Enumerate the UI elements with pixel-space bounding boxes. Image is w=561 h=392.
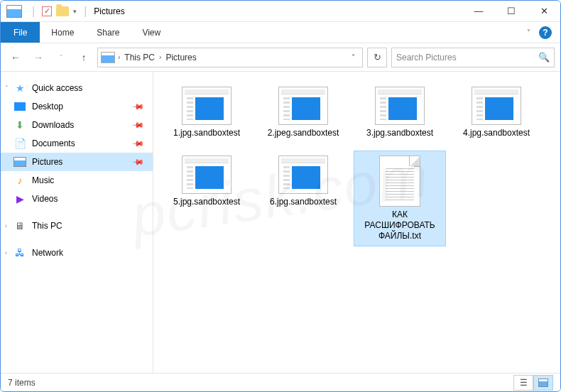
sidebar-quick-access[interactable]: ˅ ★ Quick access	[1, 79, 153, 97]
chevron-right-icon[interactable]: ›	[159, 53, 161, 61]
sidebar-item-label: Downloads	[32, 120, 74, 130]
sidebar-network[interactable]: › 🖧 Network	[1, 244, 153, 262]
image-thumbnail-icon	[375, 87, 425, 125]
explorer-icon	[6, 5, 22, 18]
window-title: Pictures	[94, 6, 124, 16]
sidebar-item-desktop[interactable]: Desktop 📌	[1, 97, 153, 116]
sidebar-item-label: Music	[32, 175, 54, 185]
sidebar-item-label: Videos	[32, 194, 58, 204]
file-item[interactable]: КАК РАСШИФРОВАТЬ ФАЙЛЫ.txt	[354, 151, 446, 246]
image-thumbnail-icon	[182, 156, 232, 194]
sidebar-item-label: Network	[32, 248, 63, 258]
sidebar-item-label: Documents	[32, 138, 75, 148]
search-icon[interactable]: 🔍	[538, 52, 550, 62]
pin-icon: 📌	[131, 155, 144, 168]
file-name-label: 2.jpeg.sandboxtest	[268, 128, 339, 138]
details-view-button[interactable]: ☰	[513, 375, 533, 391]
location-icon	[101, 52, 115, 63]
sidebar-item-documents[interactable]: 📄 Documents 📌	[1, 134, 153, 153]
file-name-label: 6.jpg.sandboxtest	[270, 197, 337, 207]
breadcrumb-current[interactable]: Pictures	[164, 53, 197, 62]
navigation-bar: ← → ˅ ↑ › This PC › Pictures ˅ ↻ 🔍	[1, 43, 560, 72]
up-button[interactable]: ↑	[75, 48, 93, 67]
qat-dropdown-icon[interactable]: ▾	[73, 8, 77, 15]
sidebar-item-label: This PC	[32, 221, 62, 231]
sidebar-item-videos[interactable]: ▶ Videos	[1, 190, 153, 208]
quick-access-toolbar: | ✓ ▾ |	[29, 5, 89, 18]
expand-icon[interactable]: ›	[5, 222, 7, 229]
tab-home[interactable]: Home	[40, 22, 85, 43]
sidebar-item-label: Quick access	[32, 83, 82, 93]
refresh-button[interactable]: ↻	[367, 48, 387, 67]
downloads-icon: ⬇	[13, 119, 26, 131]
file-list[interactable]: 1.jpg.sandboxtest2.jpeg.sandboxtest3.jpg…	[153, 72, 560, 377]
file-item[interactable]: 4.jpg.sandboxtest	[450, 82, 543, 143]
tab-view[interactable]: View	[131, 22, 172, 43]
file-item[interactable]: 3.jpg.sandboxtest	[354, 82, 446, 143]
sidebar-this-pc[interactable]: › 🖥 This PC	[1, 217, 153, 235]
image-thumbnail-icon	[278, 87, 328, 125]
separator: |	[84, 5, 87, 18]
new-folder-qat-icon[interactable]	[56, 6, 69, 16]
file-item[interactable]: 5.jpg.sandboxtest	[160, 151, 253, 246]
text-file-icon	[379, 156, 420, 207]
item-count: 7 items	[8, 378, 36, 388]
address-bar[interactable]: › This PC › Pictures ˅	[97, 48, 363, 67]
pin-icon: 📌	[131, 99, 144, 113]
sidebar-item-label: Desktop	[32, 102, 63, 111]
ribbon-tabs: File Home Share View ˅ ?	[1, 22, 560, 43]
file-item[interactable]: 2.jpeg.sandboxtest	[257, 82, 349, 143]
sidebar-item-label: Pictures	[32, 157, 62, 167]
expand-icon[interactable]: ˅	[5, 85, 9, 92]
expand-icon[interactable]: ›	[5, 249, 7, 256]
file-tab[interactable]: File	[1, 22, 40, 43]
pc-icon: 🖥	[13, 220, 26, 232]
separator: |	[32, 5, 35, 18]
window-controls: — ☐ ✕	[462, 1, 560, 22]
minimize-button[interactable]: —	[462, 1, 495, 22]
pictures-icon	[13, 156, 26, 168]
tab-share[interactable]: Share	[85, 22, 131, 43]
address-dropdown-icon[interactable]: ˅	[347, 53, 359, 61]
chevron-right-icon[interactable]: ›	[118, 53, 120, 61]
properties-qat-icon[interactable]: ✓	[42, 6, 52, 16]
search-box[interactable]: 🔍	[391, 48, 555, 67]
title-bar: | ✓ ▾ | Pictures — ☐ ✕	[1, 1, 560, 22]
search-input[interactable]	[396, 53, 534, 62]
thumbnails-view-button[interactable]	[533, 375, 553, 391]
sidebar-item-downloads[interactable]: ⬇ Downloads 📌	[1, 116, 153, 134]
file-item[interactable]: 6.jpg.sandboxtest	[257, 151, 349, 246]
pin-icon: 📌	[131, 118, 144, 131]
help-icon[interactable]: ?	[539, 26, 552, 39]
file-name-label: 3.jpg.sandboxtest	[366, 128, 433, 138]
desktop-icon	[13, 101, 26, 112]
network-icon: 🖧	[13, 247, 26, 258]
videos-icon: ▶	[13, 193, 26, 205]
file-name-label: 4.jpg.sandboxtest	[463, 128, 530, 138]
file-name-label: 1.jpg.sandboxtest	[173, 128, 240, 138]
forward-button[interactable]: →	[29, 48, 48, 67]
back-button[interactable]: ←	[6, 48, 25, 67]
image-thumbnail-icon	[182, 87, 232, 125]
recent-locations-dropdown[interactable]: ˅	[52, 48, 70, 67]
music-icon: ♪	[13, 175, 26, 186]
status-bar: 7 items ☰	[1, 373, 560, 391]
breadcrumb-root[interactable]: This PC	[123, 53, 156, 62]
close-button[interactable]: ✕	[528, 1, 560, 22]
sidebar-item-pictures[interactable]: Pictures 📌	[1, 153, 153, 171]
documents-icon: 📄	[13, 138, 26, 149]
main-area: ˅ ★ Quick access Desktop 📌 ⬇ Downloads 📌…	[1, 72, 560, 377]
ribbon-collapse-icon[interactable]: ˅	[527, 28, 530, 36]
pin-icon: 📌	[131, 136, 144, 150]
file-name-label: 5.jpg.sandboxtest	[173, 197, 240, 207]
star-icon: ★	[13, 82, 26, 94]
file-name-label: КАК РАСШИФРОВАТЬ ФАЙЛЫ.txt	[357, 209, 442, 241]
sidebar-item-music[interactable]: ♪ Music	[1, 171, 153, 190]
image-thumbnail-icon	[472, 87, 521, 125]
file-item[interactable]: 1.jpg.sandboxtest	[160, 82, 253, 143]
navigation-pane: ˅ ★ Quick access Desktop 📌 ⬇ Downloads 📌…	[1, 72, 153, 377]
maximize-button[interactable]: ☐	[495, 1, 528, 22]
image-thumbnail-icon	[278, 156, 328, 194]
